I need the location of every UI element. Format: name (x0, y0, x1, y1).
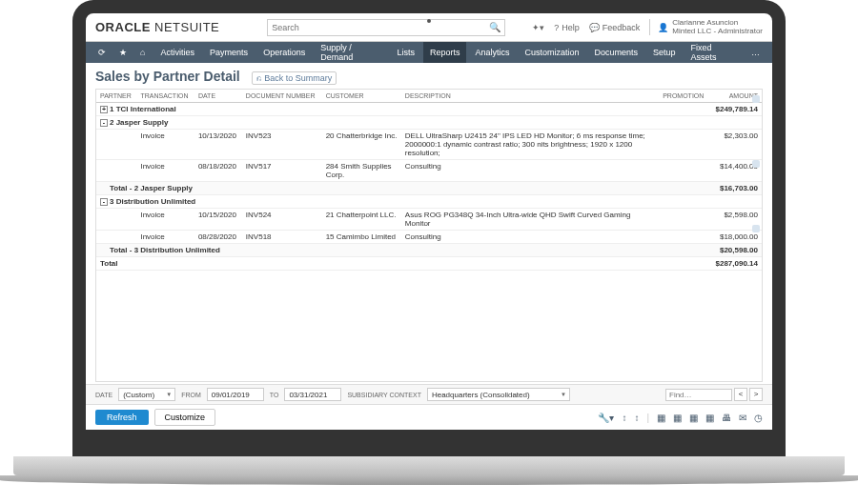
from-label: FROM (181, 392, 201, 398)
camera-dot (427, 19, 431, 23)
user-icon: 👤 (658, 23, 668, 32)
subsidiary-select[interactable]: Headquarters (Consolidated) (427, 388, 570, 401)
logo-thin: NETSUITE (151, 20, 219, 34)
find-box: < > (665, 388, 763, 401)
report-table: PARTNERTRANSACTIONDATEDOCUMENT NUMBERCUS… (96, 90, 762, 271)
date-preset-select[interactable]: (Custom) (118, 388, 175, 401)
user-text: Clarianne Asuncion Minted LLC - Administ… (672, 19, 763, 36)
laptop-frame: ORACLE NETSUITE 🔍 ✦▾ ?Help 💬Feedback 👤 C… (72, 0, 786, 456)
table-row: Total - 3 Distribution Unlimited$20,598.… (96, 244, 762, 257)
global-search[interactable]: 🔍 (267, 19, 505, 36)
menu-documents[interactable]: Documents (587, 42, 644, 63)
user-menu[interactable]: 👤 Clarianne Asuncion Minted LLC - Admini… (649, 19, 763, 36)
topbar: ORACLE NETSUITE 🔍 ✦▾ ?Help 💬Feedback 👤 C… (86, 13, 772, 42)
laptop-foot (0, 475, 858, 485)
col-date[interactable]: DATE (194, 90, 242, 103)
menu-analytics[interactable]: Analytics (468, 42, 516, 63)
schedule-icon[interactable]: ◷ (754, 413, 763, 423)
menu-customization[interactable]: Customization (518, 42, 585, 63)
help-link[interactable]: ?Help (554, 23, 580, 32)
indicator-dot[interactable] (752, 160, 760, 168)
toggle-icon[interactable]: - (100, 119, 108, 127)
search-input[interactable] (272, 23, 489, 32)
laptop-base (13, 456, 845, 475)
home-icon[interactable]: ⌂ (133, 42, 153, 63)
logo: ORACLE NETSUITE (95, 20, 219, 34)
menu-activities[interactable]: Activities (154, 42, 202, 63)
menu--[interactable]: … (745, 42, 766, 63)
table-row: +1 TCI International$249,789.14 (96, 103, 762, 116)
table-row: Invoice08/28/2020INV51815 Camimbo Limite… (96, 231, 762, 244)
indicator-dot[interactable] (752, 95, 760, 103)
table-row: Invoice10/13/2020INV52320 Chatterbridge … (96, 130, 762, 160)
customize-button[interactable]: Customize (154, 409, 216, 426)
menu-fixed-assets[interactable]: Fixed Assets (684, 42, 743, 63)
menu-lists[interactable]: Lists (390, 42, 421, 63)
table-row: Total$287,090.14 (96, 257, 762, 271)
star-icon[interactable]: ★ (112, 42, 132, 63)
side-indicator (750, 90, 762, 381)
export-pdf-icon[interactable]: ▦ (673, 413, 682, 423)
toggle-icon[interactable]: + (100, 106, 108, 113)
refresh-button[interactable]: Refresh (95, 410, 149, 425)
col-document-number[interactable]: DOCUMENT NUMBER (242, 90, 322, 103)
report-table-container: PARTNERTRANSACTIONDATEDOCUMENT NUMBERCUS… (95, 89, 763, 382)
page-header: Sales by Partner Detail ⎌ Back to Summar… (86, 63, 772, 87)
menu-supply-demand[interactable]: Supply / Demand (314, 42, 388, 63)
table-row: -2 Jasper Supply (96, 116, 762, 130)
export-xls-icon[interactable]: ▦ (689, 413, 698, 423)
menu-payments[interactable]: Payments (203, 42, 255, 63)
find-prev[interactable]: < (734, 388, 747, 401)
filter-bar: DATE (Custom) FROM 09/01/2019 TO 03/31/2… (86, 384, 772, 404)
help-label: Help (562, 23, 580, 32)
export-icons: 🔧▾ ↕ ↕ | ▦ ▦ ▦ ▦ 🖶 ✉ ◷ (598, 413, 763, 423)
col-description[interactable]: DESCRIPTION (401, 90, 659, 103)
logo-bold: ORACLE (95, 20, 151, 34)
menu-reports[interactable]: Reports (423, 42, 467, 63)
col-partner[interactable]: PARTNER (96, 90, 136, 103)
print-icon[interactable]: 🖶 (722, 413, 731, 423)
back-to-summary[interactable]: ⎌ Back to Summary (252, 71, 337, 85)
back-label: Back to Summary (264, 73, 332, 83)
col-transaction[interactable]: TRANSACTION (136, 90, 194, 103)
col-promotion[interactable]: PROMOTION (659, 90, 709, 103)
quick-actions-icon[interactable]: ✦▾ (532, 23, 544, 32)
user-role: Minted LLC - Administrator (672, 28, 763, 36)
table-row: Total - 2 Jasper Supply$16,703.00 (96, 182, 762, 195)
feedback-icon: 💬 (589, 23, 600, 32)
sort-asc-icon[interactable]: ↕ (622, 413, 626, 423)
sort-desc-icon[interactable]: ↕ (634, 413, 639, 423)
app-window: ORACLE NETSUITE 🔍 ✦▾ ?Help 💬Feedback 👤 C… (86, 13, 772, 430)
to-date-field[interactable]: 03/31/2021 (284, 388, 341, 401)
table-row: Invoice08/18/2020INV517284 Smith Supplie… (96, 160, 762, 182)
menu-setup[interactable]: Setup (646, 42, 683, 63)
wrench-icon[interactable]: 🔧▾ (598, 413, 614, 423)
export-csv-icon[interactable]: ▦ (657, 413, 665, 423)
col-customer[interactable]: CUSTOMER (322, 90, 401, 103)
feedback-label: Feedback (603, 23, 641, 32)
table-row: Invoice10/15/2020INV52421 Chatterpoint L… (96, 209, 762, 231)
feedback-link[interactable]: 💬Feedback (589, 23, 641, 32)
history-icon[interactable]: ⟳ (92, 42, 111, 63)
export-doc-icon[interactable]: ▦ (705, 413, 714, 423)
to-label: TO (270, 392, 279, 398)
indicator-dot[interactable] (752, 225, 760, 232)
toggle-icon[interactable]: - (100, 198, 108, 206)
table-row: -3 Distribution Unlimited (96, 195, 762, 209)
find-input[interactable] (665, 389, 732, 401)
back-icon: ⎌ (256, 73, 261, 83)
menu-operations[interactable]: Operations (256, 42, 312, 63)
search-icon: 🔍 (489, 22, 500, 32)
page-title: Sales by Partner Detail (95, 69, 240, 84)
action-bar: Refresh Customize 🔧▾ ↕ ↕ | ▦ ▦ ▦ ▦ 🖶 ✉ ◷ (86, 404, 772, 430)
date-label: DATE (95, 392, 112, 398)
help-icon: ? (554, 23, 559, 32)
menubar: ⟳ ★ ⌂ ActivitiesPaymentsOperationsSupply… (86, 42, 772, 63)
divider: | (646, 413, 649, 423)
email-icon[interactable]: ✉ (739, 413, 746, 423)
from-date-field[interactable]: 09/01/2019 (207, 388, 264, 401)
find-next[interactable]: > (749, 388, 763, 401)
subsidiary-label: SUBSIDIARY CONTEXT (347, 392, 421, 398)
top-right: ✦▾ ?Help 💬Feedback 👤 Clarianne Asuncion … (532, 19, 763, 36)
